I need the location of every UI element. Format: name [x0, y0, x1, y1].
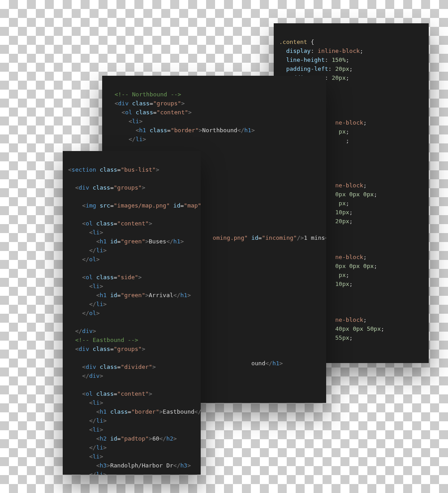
- html-comment: <!-- Northbound -->: [115, 91, 181, 98]
- code-editor-html-front: <section class="bus-list"> <div class="g…: [63, 151, 201, 475]
- html-comment: <!-- Eastbound -->: [75, 337, 138, 343]
- css-selector: .content: [279, 39, 307, 45]
